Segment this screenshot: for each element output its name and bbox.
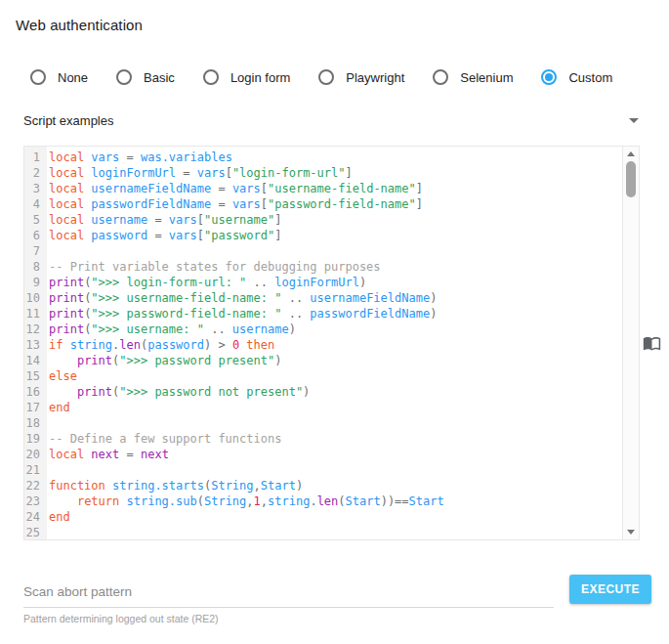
- line-number: 22: [24, 478, 44, 494]
- line-number: 20: [24, 447, 44, 462]
- chevron-down-icon: [629, 118, 639, 123]
- radio-button-icon: [203, 69, 219, 85]
- code-line: 23 return string.sub(String,1,string.len…: [24, 494, 622, 509]
- auth-type-radio-group: NoneBasicLogin formPlaywrightSeleniumCus…: [30, 69, 669, 85]
- line-number: 21: [24, 462, 44, 478]
- line-number: 10: [24, 290, 44, 306]
- code-line: 21: [24, 462, 622, 478]
- code-line: 3local usernameFieldName = vars["usernam…: [24, 181, 622, 196]
- code-line: 15else: [24, 368, 622, 384]
- code-line: 18: [24, 415, 622, 431]
- line-number: 8: [24, 259, 44, 275]
- code-line: 10print(">>> username-field-name: " .. u…: [24, 290, 622, 306]
- line-number: 16: [24, 384, 44, 400]
- code-line: 14 print(">>> password present"): [24, 353, 622, 368]
- radio-label: None: [58, 70, 88, 85]
- line-number: 5: [24, 212, 44, 228]
- code-line: 17end: [24, 400, 622, 415]
- line-number: 7: [24, 243, 44, 259]
- line-number: 6: [24, 228, 44, 243]
- radio-button-icon: [318, 69, 334, 85]
- radio-option-custom[interactable]: Custom: [541, 69, 612, 85]
- line-number: 23: [24, 494, 44, 509]
- code-line: 5local username = vars["username"]: [24, 212, 622, 228]
- line-number: 18: [24, 415, 44, 431]
- code-line: 8-- Print variable states for debugging …: [24, 259, 622, 275]
- scrollbar-thumb[interactable]: [626, 161, 636, 197]
- line-number: 3: [24, 181, 44, 196]
- line-number: 1: [24, 150, 44, 165]
- radio-label: Playwright: [346, 70, 404, 85]
- web-authentication-panel: Web authentication NoneBasicLogin formPl…: [0, 0, 669, 644]
- code-lines: 1local vars = was.variables2local loginF…: [24, 147, 622, 539]
- code-line: 7: [24, 243, 622, 259]
- code-line: 2local loginFormUrl = vars["login-form-u…: [24, 165, 622, 181]
- line-number: 4: [24, 196, 44, 212]
- radio-option-none[interactable]: None: [30, 69, 88, 85]
- script-examples-label: Script examples: [23, 113, 113, 128]
- line-number: 14: [24, 353, 44, 368]
- radio-button-icon: [433, 69, 448, 85]
- radio-option-basic[interactable]: Basic: [116, 69, 175, 85]
- radio-label: Basic: [144, 70, 175, 85]
- code-editor[interactable]: 1local vars = was.variables2local loginF…: [23, 146, 640, 540]
- line-number: 25: [24, 525, 44, 539]
- execute-button[interactable]: EXECUTE: [569, 575, 651, 604]
- radio-label: Selenium: [460, 70, 513, 85]
- code-line: 19-- Define a few support functions: [24, 431, 622, 447]
- scroll-up-icon[interactable]: [627, 151, 635, 156]
- line-number: 2: [24, 165, 44, 181]
- code-line: 20local next = next: [24, 447, 622, 462]
- radio-button-icon: [30, 69, 46, 85]
- radio-button-icon: [116, 69, 132, 85]
- code-line: 11print(">>> password-field-name: " .. p…: [24, 306, 622, 322]
- line-number: 12: [24, 322, 44, 337]
- code-line: 6local password = vars["password"]: [24, 228, 622, 243]
- editor-scrollbar[interactable]: [622, 147, 639, 539]
- code-line: 12print(">>> username: " .. username): [24, 322, 622, 337]
- line-number: 19: [24, 431, 44, 447]
- scan-abort-field: Pattern determining logged out state (RE…: [23, 575, 554, 624]
- radio-option-playwright[interactable]: Playwright: [318, 69, 404, 85]
- line-number: 11: [24, 306, 44, 322]
- code-line: 9print(">>> login-form-url: " .. loginFo…: [24, 275, 622, 290]
- radio-option-selenium[interactable]: Selenium: [433, 69, 513, 85]
- line-number: 15: [24, 368, 44, 384]
- line-number: 13: [24, 337, 44, 353]
- radio-option-login-form[interactable]: Login form: [203, 69, 290, 85]
- scroll-down-icon[interactable]: [627, 530, 635, 535]
- code-line: 25: [24, 525, 622, 539]
- scan-abort-pattern-input[interactable]: [23, 584, 554, 608]
- line-number: 9: [24, 275, 44, 290]
- code-line: 4local passwordFieldName = vars["passwor…: [24, 196, 622, 212]
- scan-abort-helper-text: Pattern determining logged out state (RE…: [23, 613, 554, 624]
- script-examples-dropdown[interactable]: Script examples: [23, 113, 639, 128]
- code-line: 16 print(">>> password not present"): [24, 384, 622, 400]
- code-line: 22function string.starts(String,Start): [24, 478, 622, 494]
- radio-label: Custom: [568, 70, 612, 85]
- radio-button-icon: [541, 69, 557, 85]
- code-line: 13if string.len(password) > 0 then: [24, 337, 622, 353]
- code-editor-wrap: 1local vars = was.variables2local loginF…: [23, 146, 640, 540]
- code-line: 1local vars = was.variables: [24, 150, 622, 165]
- page-title: Web authentication: [0, 0, 669, 33]
- radio-label: Login form: [230, 70, 290, 85]
- line-number: 17: [24, 400, 44, 415]
- code-line: 24end: [24, 509, 622, 525]
- open-book-icon[interactable]: [643, 334, 661, 353]
- footer: Pattern determining logged out state (RE…: [23, 575, 651, 624]
- line-number: 24: [24, 509, 44, 525]
